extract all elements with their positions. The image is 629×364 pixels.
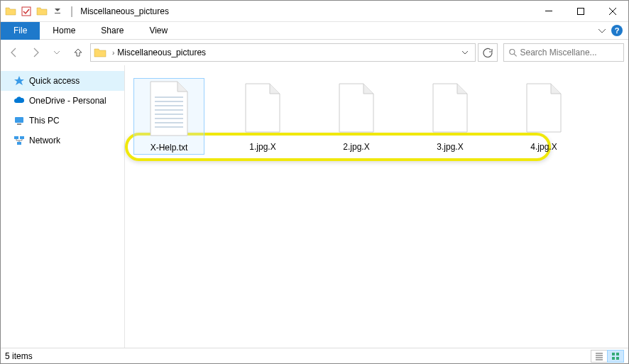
svg-rect-6 <box>17 123 21 125</box>
address-segment[interactable]: Miscellaneous_pictures <box>117 48 206 57</box>
view-toggle <box>591 350 624 363</box>
recent-dropdown[interactable] <box>48 43 66 62</box>
sidebar-item-label: This PC <box>29 116 60 126</box>
blank-file-icon <box>334 79 379 136</box>
svg-rect-1 <box>55 13 60 13</box>
search-box[interactable] <box>503 43 624 62</box>
file-item[interactable]: 3.jpg.X <box>415 78 486 155</box>
blank-file-icon <box>521 79 567 136</box>
folder-icon <box>5 6 16 17</box>
icons-view-button[interactable] <box>607 350 624 363</box>
window-controls <box>532 1 628 21</box>
file-name: 3.jpg.X <box>437 142 463 152</box>
refresh-button[interactable] <box>478 43 498 62</box>
file-name: 2.jpg.X <box>343 142 369 152</box>
maximize-button[interactable] <box>564 1 596 21</box>
address-bar[interactable]: › Miscellaneous_pictures <box>90 43 476 62</box>
forward-button[interactable] <box>26 43 45 62</box>
file-item[interactable]: 2.jpg.X <box>321 78 392 155</box>
chevron-right-icon[interactable]: › <box>112 49 114 57</box>
qat: | Miscellaneous_pictures <box>1 5 169 18</box>
status-bar: 5 items <box>1 348 628 363</box>
back-button[interactable] <box>5 43 23 62</box>
details-view-button[interactable] <box>591 350 608 363</box>
ribbon-expand-icon[interactable] <box>598 27 606 34</box>
svg-rect-2 <box>545 11 552 11</box>
svg-rect-5 <box>15 117 23 123</box>
svg-rect-7 <box>14 136 18 139</box>
svg-rect-3 <box>577 8 584 14</box>
up-button[interactable] <box>69 43 87 62</box>
search-input[interactable] <box>520 48 619 57</box>
help-icon[interactable]: ? <box>611 25 623 36</box>
address-dropdown-icon[interactable] <box>458 50 472 55</box>
cloud-icon <box>13 95 25 106</box>
sidebar-item-quick-access[interactable]: Quick access <box>1 71 124 91</box>
minimize-button[interactable] <box>532 1 564 21</box>
sidebar-item-label: OneDrive - Personal <box>29 96 106 106</box>
star-icon <box>13 75 25 87</box>
ribbon: File Home Share View ? <box>1 22 628 40</box>
folder-icon <box>94 46 106 59</box>
qat-dropdown-icon[interactable] <box>52 6 63 17</box>
properties-check-icon[interactable] <box>21 6 32 17</box>
sidebar-item-network[interactable]: Network <box>1 131 124 150</box>
blank-file-icon <box>240 79 285 136</box>
tab-share[interactable]: Share <box>88 22 136 40</box>
address-row: › Miscellaneous_pictures <box>1 40 628 65</box>
file-name: 1.jpg.X <box>249 142 275 152</box>
svg-rect-22 <box>612 353 615 355</box>
svg-rect-9 <box>17 142 21 145</box>
network-icon <box>13 135 25 146</box>
tab-home[interactable]: Home <box>40 22 88 40</box>
file-item[interactable]: X-Help.txt <box>133 78 204 155</box>
file-item[interactable]: 1.jpg.X <box>227 78 298 155</box>
svg-point-4 <box>510 50 515 55</box>
file-item[interactable]: 4.jpg.X <box>508 78 579 155</box>
title-separator: | <box>70 5 73 18</box>
item-count: 5 items <box>5 351 33 361</box>
text-file-icon <box>146 80 192 137</box>
close-button[interactable] <box>596 1 628 21</box>
svg-rect-8 <box>20 136 24 139</box>
navigation-pane: Quick access OneDrive - Personal This PC… <box>1 65 125 348</box>
titlebar: | Miscellaneous_pictures <box>1 1 628 22</box>
sidebar-item-this-pc[interactable]: This PC <box>1 111 124 131</box>
svg-rect-24 <box>612 357 615 360</box>
blank-file-icon <box>427 79 473 136</box>
pc-icon <box>13 115 25 126</box>
file-list[interactable]: X-Help.txt 1.jpg.X 2.jpg.X 3.jpg.X <box>125 65 628 348</box>
main: Quick access OneDrive - Personal This PC… <box>1 65 628 348</box>
file-name: 4.jpg.X <box>530 142 557 152</box>
sidebar-item-label: Quick access <box>29 76 80 86</box>
window-title: Miscellaneous_pictures <box>80 6 169 16</box>
svg-rect-0 <box>22 7 31 16</box>
svg-rect-25 <box>616 357 619 360</box>
sidebar-item-label: Network <box>29 136 60 145</box>
new-folder-icon[interactable] <box>36 6 48 17</box>
tab-view[interactable]: View <box>136 22 180 40</box>
file-name: X-Help.txt <box>151 143 188 153</box>
svg-rect-23 <box>616 353 619 355</box>
file-tab[interactable]: File <box>1 22 40 40</box>
sidebar-item-onedrive[interactable]: OneDrive - Personal <box>1 91 124 111</box>
